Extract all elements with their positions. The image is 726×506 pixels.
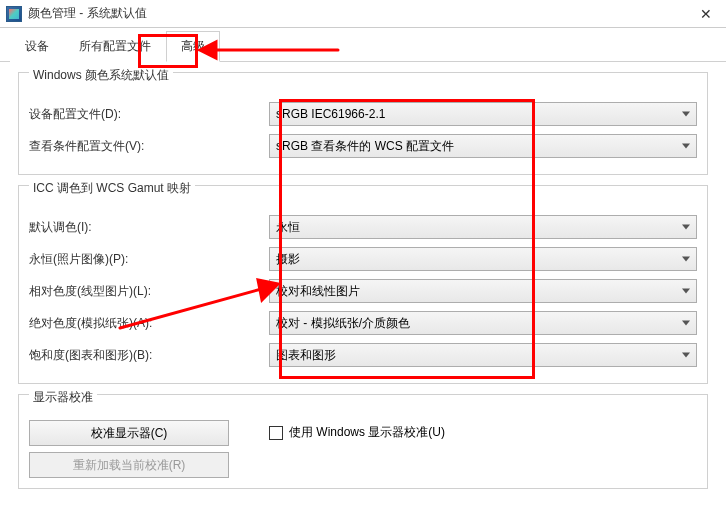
absolute-combo[interactable]: 校对 - 模拟纸张/介质颜色 [269,311,697,335]
tab-advanced[interactable]: 高级 [166,31,220,62]
use-windows-calibration-label: 使用 Windows 显示器校准(U) [289,424,445,441]
viewing-profile-value: sRGB 查看条件的 WCS 配置文件 [276,138,454,155]
default-intent-value: 永恒 [276,219,300,236]
group-windows-color-defaults: Windows 颜色系统默认值 设备配置文件(D): sRGB IEC61966… [18,72,708,175]
viewing-profile-label: 查看条件配置文件(V): [29,138,269,155]
saturation-label: 饱和度(图表和图形)(B): [29,347,269,364]
group2-title: ICC 调色到 WCS Gamut 映射 [29,180,195,197]
relative-label: 相对色度(线型图片)(L): [29,283,269,300]
calibrate-display-button[interactable]: 校准显示器(C) [29,420,229,446]
chevron-down-icon [682,112,690,117]
tab-all-profiles[interactable]: 所有配置文件 [64,31,166,62]
viewing-profile-combo[interactable]: sRGB 查看条件的 WCS 配置文件 [269,134,697,158]
saturation-value: 图表和图形 [276,347,336,364]
chevron-down-icon [682,289,690,294]
tab-device[interactable]: 设备 [10,31,64,62]
perceptual-combo[interactable]: 摄影 [269,247,697,271]
device-profile-combo[interactable]: sRGB IEC61966-2.1 [269,102,697,126]
relative-value: 校对和线性图片 [276,283,360,300]
chevron-down-icon [682,353,690,358]
saturation-combo[interactable]: 图表和图形 [269,343,697,367]
device-profile-value: sRGB IEC61966-2.1 [276,107,385,121]
absolute-label: 绝对色度(模拟纸张)(A): [29,315,269,332]
chevron-down-icon [682,225,690,230]
close-button[interactable]: ✕ [686,0,726,27]
relative-combo[interactable]: 校对和线性图片 [269,279,697,303]
group1-title: Windows 颜色系统默认值 [29,67,173,84]
perceptual-value: 摄影 [276,251,300,268]
chevron-down-icon [682,257,690,262]
tabstrip: 设备 所有配置文件 高级 [0,32,726,62]
reload-calibration-button: 重新加载当前校准(R) [29,452,229,478]
use-windows-calibration-checkbox[interactable] [269,426,283,440]
chevron-down-icon [682,144,690,149]
perceptual-label: 永恒(照片图像)(P): [29,251,269,268]
default-intent-label: 默认调色(I): [29,219,269,236]
group-icc-gamut: ICC 调色到 WCS Gamut 映射 默认调色(I): 永恒 永恒(照片图像… [18,185,708,384]
default-intent-combo[interactable]: 永恒 [269,215,697,239]
chevron-down-icon [682,321,690,326]
device-profile-label: 设备配置文件(D): [29,106,269,123]
window-title: 颜色管理 - 系统默认值 [28,5,686,22]
absolute-value: 校对 - 模拟纸张/介质颜色 [276,315,410,332]
titlebar: 颜色管理 - 系统默认值 ✕ [0,0,726,28]
app-icon [6,6,22,22]
group-display-calibration: 显示器校准 校准显示器(C) 重新加载当前校准(R) 使用 Windows 显示… [18,394,708,489]
group3-title: 显示器校准 [29,389,97,406]
